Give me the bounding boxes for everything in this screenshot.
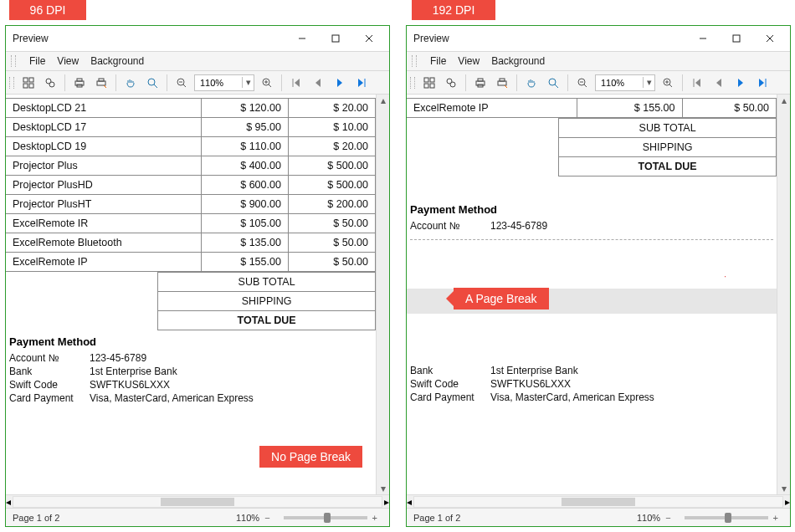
print-icon[interactable] xyxy=(70,74,89,92)
minimize-button[interactable] xyxy=(686,27,720,50)
quick-print-icon[interactable] xyxy=(92,74,110,92)
bank-value: 1st Enterprise Bank xyxy=(90,366,177,377)
horizontal-scrollbar[interactable]: ◂ ▸ xyxy=(6,494,389,508)
window-title: Preview xyxy=(13,33,285,44)
zoom-value: 110% xyxy=(195,78,242,88)
zoom-minus-icon[interactable]: − xyxy=(264,513,269,523)
maximize-button[interactable] xyxy=(319,27,352,50)
menu-view[interactable]: View xyxy=(57,55,79,67)
thumbnails-icon[interactable] xyxy=(19,74,38,92)
svg-rect-34 xyxy=(424,78,428,82)
toolbar: 110%▾ xyxy=(407,71,790,95)
scroll-down-icon[interactable]: ▾ xyxy=(377,483,389,494)
find-icon[interactable] xyxy=(442,74,460,92)
chevron-down-icon[interactable]: ▾ xyxy=(242,77,254,88)
svg-point-9 xyxy=(49,82,54,87)
report-page: DesktopLCD 21$ 120.00$ 20.00 DesktopLCD … xyxy=(6,95,376,494)
svg-marker-26 xyxy=(315,79,321,87)
svg-rect-7 xyxy=(29,84,33,88)
svg-rect-41 xyxy=(478,79,483,81)
scroll-left-icon[interactable]: ◂ xyxy=(6,496,11,508)
svg-rect-42 xyxy=(478,84,483,87)
hand-tool-icon[interactable] xyxy=(121,74,140,92)
svg-rect-1 xyxy=(332,35,339,42)
minimize-button[interactable] xyxy=(285,27,319,50)
svg-point-47 xyxy=(578,79,585,85)
first-page-icon[interactable] xyxy=(688,74,706,92)
zoom-plus-icon[interactable]: + xyxy=(773,513,778,523)
scroll-down-icon[interactable]: ▾ xyxy=(778,483,790,494)
prev-page-icon[interactable] xyxy=(309,74,327,92)
zoom-combo[interactable]: 110%▾ xyxy=(595,74,655,91)
account-value: 123-45-6789 xyxy=(90,352,146,364)
vertical-scrollbar[interactable]: ▴ ▾ xyxy=(777,95,790,494)
totals-block: SUB TOTAL SHIPPING TOTAL DUE xyxy=(157,272,376,330)
zoom-minus-icon[interactable]: − xyxy=(665,513,670,523)
close-button[interactable] xyxy=(352,27,386,50)
chevron-down-icon[interactable]: ▾ xyxy=(643,77,654,88)
payment-method-heading: Payment Method xyxy=(407,198,777,219)
statusbar: Page 1 of 2 110% − + xyxy=(407,508,790,526)
swift-label: Swift Code xyxy=(9,379,90,391)
vertical-scrollbar[interactable]: ▴ ▾ xyxy=(376,95,389,494)
scroll-right-icon[interactable]: ▸ xyxy=(785,496,790,508)
maximize-button[interactable] xyxy=(720,27,753,50)
toolbar: 110%▾ xyxy=(6,71,389,95)
red-mark-icon: · xyxy=(724,272,726,281)
svg-point-45 xyxy=(549,79,556,85)
svg-rect-44 xyxy=(500,79,505,81)
table-row: Projector Plus$ 400.00$ 500.00 xyxy=(6,156,376,176)
magnifier-icon[interactable] xyxy=(544,74,562,92)
last-page-icon[interactable] xyxy=(753,74,772,92)
svg-rect-12 xyxy=(77,84,82,87)
svg-rect-6 xyxy=(23,84,28,88)
find-icon[interactable] xyxy=(41,74,59,92)
zoom-in-icon[interactable] xyxy=(659,74,677,92)
scroll-left-icon[interactable]: ◂ xyxy=(407,496,412,508)
next-page-icon[interactable] xyxy=(731,74,750,92)
card-value: Visa, MasterCard, American Express xyxy=(490,391,654,403)
svg-point-8 xyxy=(46,79,51,84)
menu-view[interactable]: View xyxy=(458,55,480,67)
zoom-plus-icon[interactable]: + xyxy=(372,513,377,523)
menu-background[interactable]: Background xyxy=(90,55,144,67)
close-button[interactable] xyxy=(753,27,787,50)
swift-value: SWFTKUS6LXXX xyxy=(90,379,170,391)
first-page-icon[interactable] xyxy=(287,74,305,92)
svg-point-20 xyxy=(263,79,269,85)
scroll-up-icon[interactable]: ▴ xyxy=(778,95,790,106)
scroll-up-icon[interactable]: ▴ xyxy=(377,95,389,106)
svg-point-17 xyxy=(177,79,184,85)
next-page-icon[interactable] xyxy=(331,74,349,92)
svg-line-16 xyxy=(154,84,157,88)
svg-rect-37 xyxy=(430,84,434,88)
table-row: ExcelRemote IR$ 105.00$ 50.00 xyxy=(6,214,376,233)
zoom-slider[interactable] xyxy=(284,516,367,519)
last-page-icon[interactable] xyxy=(352,74,371,92)
print-icon[interactable] xyxy=(471,74,490,92)
report-table: DesktopLCD 21$ 120.00$ 20.00 DesktopLCD … xyxy=(6,98,376,272)
prev-page-icon[interactable] xyxy=(710,74,728,92)
zoom-out-icon[interactable] xyxy=(172,74,191,92)
table-row: DesktopLCD 19$ 110.00$ 20.00 xyxy=(6,137,376,156)
page-divider xyxy=(410,239,773,240)
hand-tool-icon[interactable] xyxy=(522,74,541,92)
report-table: ExcelRemote IP$ 155.00$ 50.00 xyxy=(407,98,777,118)
zoom-out-icon[interactable] xyxy=(573,74,592,92)
page-break-annotation: A Page Break xyxy=(454,288,549,309)
thumbnails-icon[interactable] xyxy=(420,74,439,92)
table-row: ExcelRemote Bluetooth$ 135.00$ 50.00 xyxy=(6,233,376,253)
zoom-in-icon[interactable] xyxy=(258,74,276,92)
zoom-indicator: 110% xyxy=(236,513,259,523)
svg-rect-5 xyxy=(29,78,33,82)
menu-file[interactable]: File xyxy=(430,55,446,67)
zoom-combo[interactable]: 110%▾ xyxy=(194,74,254,91)
magnifier-icon[interactable] xyxy=(143,74,162,92)
quick-print-icon[interactable] xyxy=(493,74,511,92)
menu-background[interactable]: Background xyxy=(491,55,545,67)
menu-file[interactable]: File xyxy=(29,55,45,67)
scroll-right-icon[interactable]: ▸ xyxy=(384,496,389,508)
svg-marker-28 xyxy=(358,79,363,87)
horizontal-scrollbar[interactable]: ◂ ▸ xyxy=(407,494,790,508)
zoom-slider[interactable] xyxy=(685,516,768,519)
